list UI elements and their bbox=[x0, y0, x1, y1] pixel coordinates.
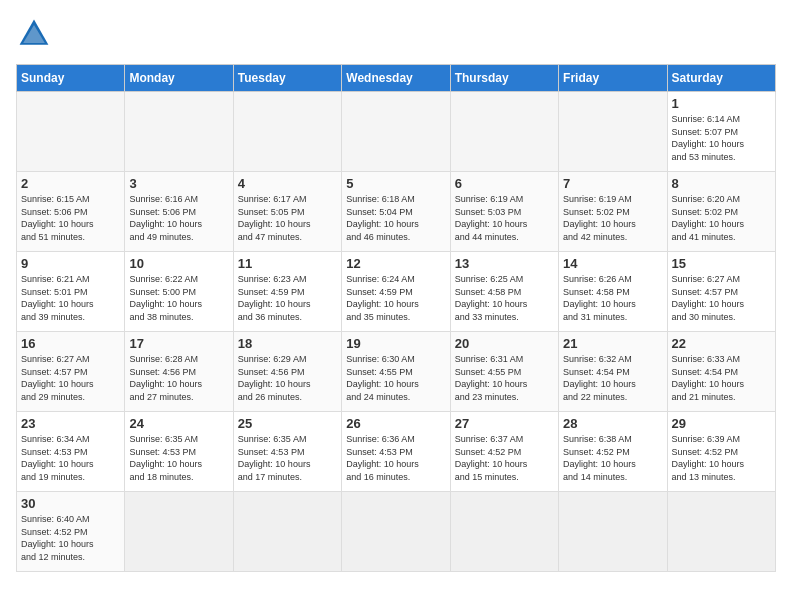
calendar-cell: 22Sunrise: 6:33 AM Sunset: 4:54 PM Dayli… bbox=[667, 332, 775, 412]
day-info: Sunrise: 6:24 AM Sunset: 4:59 PM Dayligh… bbox=[346, 273, 445, 323]
day-info: Sunrise: 6:25 AM Sunset: 4:58 PM Dayligh… bbox=[455, 273, 554, 323]
calendar-cell: 11Sunrise: 6:23 AM Sunset: 4:59 PM Dayli… bbox=[233, 252, 341, 332]
calendar-cell: 20Sunrise: 6:31 AM Sunset: 4:55 PM Dayli… bbox=[450, 332, 558, 412]
calendar-cell: 23Sunrise: 6:34 AM Sunset: 4:53 PM Dayli… bbox=[17, 412, 125, 492]
calendar-cell: 18Sunrise: 6:29 AM Sunset: 4:56 PM Dayli… bbox=[233, 332, 341, 412]
day-info: Sunrise: 6:36 AM Sunset: 4:53 PM Dayligh… bbox=[346, 433, 445, 483]
day-number: 12 bbox=[346, 256, 445, 271]
page-header bbox=[16, 16, 776, 52]
calendar-cell: 14Sunrise: 6:26 AM Sunset: 4:58 PM Dayli… bbox=[559, 252, 667, 332]
calendar-cell: 1Sunrise: 6:14 AM Sunset: 5:07 PM Daylig… bbox=[667, 92, 775, 172]
calendar-cell: 29Sunrise: 6:39 AM Sunset: 4:52 PM Dayli… bbox=[667, 412, 775, 492]
day-number: 19 bbox=[346, 336, 445, 351]
calendar-cell: 9Sunrise: 6:21 AM Sunset: 5:01 PM Daylig… bbox=[17, 252, 125, 332]
day-number: 4 bbox=[238, 176, 337, 191]
calendar-cell bbox=[342, 492, 450, 572]
calendar-cell: 28Sunrise: 6:38 AM Sunset: 4:52 PM Dayli… bbox=[559, 412, 667, 492]
day-info: Sunrise: 6:35 AM Sunset: 4:53 PM Dayligh… bbox=[129, 433, 228, 483]
day-header-monday: Monday bbox=[125, 65, 233, 92]
calendar-week-row: 16Sunrise: 6:27 AM Sunset: 4:57 PM Dayli… bbox=[17, 332, 776, 412]
day-info: Sunrise: 6:17 AM Sunset: 5:05 PM Dayligh… bbox=[238, 193, 337, 243]
calendar-cell: 4Sunrise: 6:17 AM Sunset: 5:05 PM Daylig… bbox=[233, 172, 341, 252]
day-info: Sunrise: 6:30 AM Sunset: 4:55 PM Dayligh… bbox=[346, 353, 445, 403]
day-header-tuesday: Tuesday bbox=[233, 65, 341, 92]
day-number: 18 bbox=[238, 336, 337, 351]
calendar-week-row: 1Sunrise: 6:14 AM Sunset: 5:07 PM Daylig… bbox=[17, 92, 776, 172]
day-number: 6 bbox=[455, 176, 554, 191]
day-number: 21 bbox=[563, 336, 662, 351]
day-info: Sunrise: 6:15 AM Sunset: 5:06 PM Dayligh… bbox=[21, 193, 120, 243]
day-info: Sunrise: 6:33 AM Sunset: 4:54 PM Dayligh… bbox=[672, 353, 771, 403]
day-number: 2 bbox=[21, 176, 120, 191]
calendar-cell bbox=[559, 492, 667, 572]
calendar-header-row: SundayMondayTuesdayWednesdayThursdayFrid… bbox=[17, 65, 776, 92]
day-number: 13 bbox=[455, 256, 554, 271]
calendar-cell: 25Sunrise: 6:35 AM Sunset: 4:53 PM Dayli… bbox=[233, 412, 341, 492]
day-info: Sunrise: 6:19 AM Sunset: 5:02 PM Dayligh… bbox=[563, 193, 662, 243]
calendar-cell bbox=[450, 492, 558, 572]
day-info: Sunrise: 6:27 AM Sunset: 4:57 PM Dayligh… bbox=[672, 273, 771, 323]
day-info: Sunrise: 6:38 AM Sunset: 4:52 PM Dayligh… bbox=[563, 433, 662, 483]
day-number: 3 bbox=[129, 176, 228, 191]
calendar-cell bbox=[559, 92, 667, 172]
calendar-cell bbox=[667, 492, 775, 572]
day-header-sunday: Sunday bbox=[17, 65, 125, 92]
calendar-cell: 24Sunrise: 6:35 AM Sunset: 4:53 PM Dayli… bbox=[125, 412, 233, 492]
day-info: Sunrise: 6:35 AM Sunset: 4:53 PM Dayligh… bbox=[238, 433, 337, 483]
calendar-cell: 8Sunrise: 6:20 AM Sunset: 5:02 PM Daylig… bbox=[667, 172, 775, 252]
day-number: 27 bbox=[455, 416, 554, 431]
day-info: Sunrise: 6:40 AM Sunset: 4:52 PM Dayligh… bbox=[21, 513, 120, 563]
day-number: 11 bbox=[238, 256, 337, 271]
day-number: 23 bbox=[21, 416, 120, 431]
calendar-week-row: 9Sunrise: 6:21 AM Sunset: 5:01 PM Daylig… bbox=[17, 252, 776, 332]
calendar-cell: 21Sunrise: 6:32 AM Sunset: 4:54 PM Dayli… bbox=[559, 332, 667, 412]
calendar-cell bbox=[342, 92, 450, 172]
calendar-cell: 26Sunrise: 6:36 AM Sunset: 4:53 PM Dayli… bbox=[342, 412, 450, 492]
calendar-cell bbox=[17, 92, 125, 172]
calendar-table: SundayMondayTuesdayWednesdayThursdayFrid… bbox=[16, 64, 776, 572]
day-number: 30 bbox=[21, 496, 120, 511]
logo-icon bbox=[16, 16, 52, 52]
calendar-cell: 27Sunrise: 6:37 AM Sunset: 4:52 PM Dayli… bbox=[450, 412, 558, 492]
day-info: Sunrise: 6:39 AM Sunset: 4:52 PM Dayligh… bbox=[672, 433, 771, 483]
day-number: 14 bbox=[563, 256, 662, 271]
calendar-cell: 16Sunrise: 6:27 AM Sunset: 4:57 PM Dayli… bbox=[17, 332, 125, 412]
day-info: Sunrise: 6:19 AM Sunset: 5:03 PM Dayligh… bbox=[455, 193, 554, 243]
day-info: Sunrise: 6:29 AM Sunset: 4:56 PM Dayligh… bbox=[238, 353, 337, 403]
calendar-cell bbox=[233, 92, 341, 172]
day-info: Sunrise: 6:28 AM Sunset: 4:56 PM Dayligh… bbox=[129, 353, 228, 403]
calendar-cell: 30Sunrise: 6:40 AM Sunset: 4:52 PM Dayli… bbox=[17, 492, 125, 572]
day-info: Sunrise: 6:16 AM Sunset: 5:06 PM Dayligh… bbox=[129, 193, 228, 243]
day-number: 7 bbox=[563, 176, 662, 191]
calendar-week-row: 23Sunrise: 6:34 AM Sunset: 4:53 PM Dayli… bbox=[17, 412, 776, 492]
day-number: 5 bbox=[346, 176, 445, 191]
day-number: 8 bbox=[672, 176, 771, 191]
day-number: 28 bbox=[563, 416, 662, 431]
day-number: 1 bbox=[672, 96, 771, 111]
calendar-cell: 13Sunrise: 6:25 AM Sunset: 4:58 PM Dayli… bbox=[450, 252, 558, 332]
day-number: 20 bbox=[455, 336, 554, 351]
day-number: 26 bbox=[346, 416, 445, 431]
day-number: 15 bbox=[672, 256, 771, 271]
calendar-week-row: 2Sunrise: 6:15 AM Sunset: 5:06 PM Daylig… bbox=[17, 172, 776, 252]
calendar-cell: 15Sunrise: 6:27 AM Sunset: 4:57 PM Dayli… bbox=[667, 252, 775, 332]
day-header-saturday: Saturday bbox=[667, 65, 775, 92]
day-info: Sunrise: 6:34 AM Sunset: 4:53 PM Dayligh… bbox=[21, 433, 120, 483]
calendar-cell: 12Sunrise: 6:24 AM Sunset: 4:59 PM Dayli… bbox=[342, 252, 450, 332]
calendar-cell: 7Sunrise: 6:19 AM Sunset: 5:02 PM Daylig… bbox=[559, 172, 667, 252]
day-info: Sunrise: 6:26 AM Sunset: 4:58 PM Dayligh… bbox=[563, 273, 662, 323]
day-info: Sunrise: 6:37 AM Sunset: 4:52 PM Dayligh… bbox=[455, 433, 554, 483]
day-info: Sunrise: 6:21 AM Sunset: 5:01 PM Dayligh… bbox=[21, 273, 120, 323]
calendar-week-row: 30Sunrise: 6:40 AM Sunset: 4:52 PM Dayli… bbox=[17, 492, 776, 572]
day-info: Sunrise: 6:14 AM Sunset: 5:07 PM Dayligh… bbox=[672, 113, 771, 163]
calendar-cell: 3Sunrise: 6:16 AM Sunset: 5:06 PM Daylig… bbox=[125, 172, 233, 252]
day-number: 9 bbox=[21, 256, 120, 271]
calendar-cell bbox=[125, 92, 233, 172]
day-info: Sunrise: 6:18 AM Sunset: 5:04 PM Dayligh… bbox=[346, 193, 445, 243]
day-header-wednesday: Wednesday bbox=[342, 65, 450, 92]
calendar-cell: 10Sunrise: 6:22 AM Sunset: 5:00 PM Dayli… bbox=[125, 252, 233, 332]
day-number: 24 bbox=[129, 416, 228, 431]
day-number: 10 bbox=[129, 256, 228, 271]
day-number: 29 bbox=[672, 416, 771, 431]
calendar-cell: 2Sunrise: 6:15 AM Sunset: 5:06 PM Daylig… bbox=[17, 172, 125, 252]
